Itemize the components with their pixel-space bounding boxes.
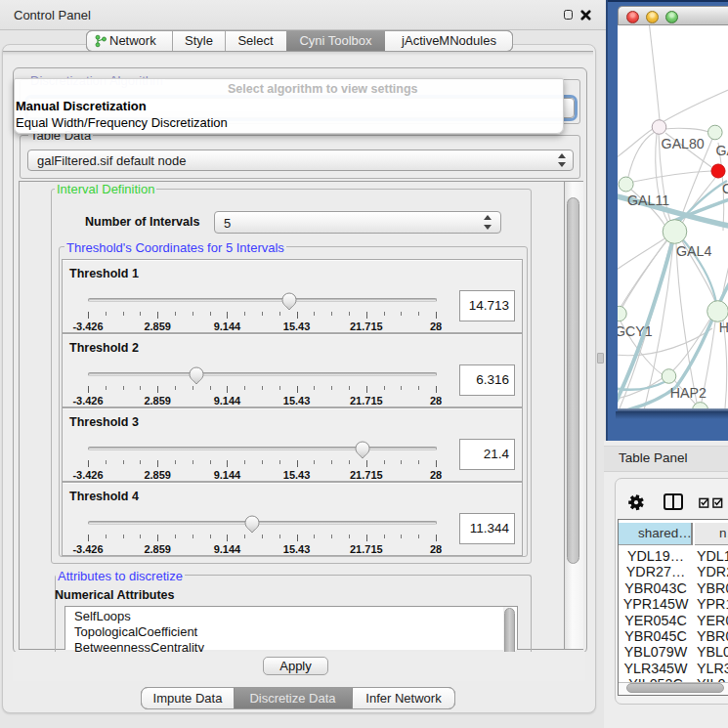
svg-text:HAP2: HAP2 [670,385,707,401]
svg-text:H: H [719,320,728,335]
svg-text:GAL80: GAL80 [662,136,705,151]
svg-text:C: C [722,181,728,196]
svg-text:GAL: GAL [716,143,728,158]
svg-text:GCY1: GCY1 [618,323,653,339]
svg-text:GAL4: GAL4 [676,243,711,259]
svg-text:GAL11: GAL11 [627,193,669,208]
